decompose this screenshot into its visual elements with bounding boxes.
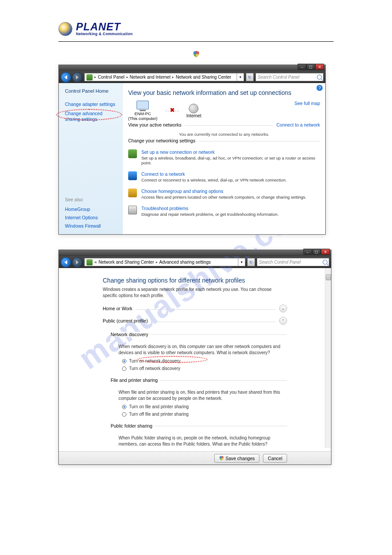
section-title: Public folder sharing xyxy=(111,423,155,428)
sidebar-link-adapter[interactable]: Change adapter settings xyxy=(65,102,119,107)
titlebar: – ▢ ✕ xyxy=(59,250,331,256)
globe-icon xyxy=(58,22,72,36)
save-changes-button[interactable]: Save changes xyxy=(214,454,260,463)
scrollbar[interactable] xyxy=(325,268,331,448)
help-icon[interactable]: ? xyxy=(316,85,323,91)
main-heading: View your basic network information and … xyxy=(128,89,320,96)
address-bar-row: « Network and Sharing Center ▸ Advanced … xyxy=(59,256,331,268)
document-header: PLANET Networking & Communication xyxy=(58,22,334,42)
option-desc: Connect or reconnect to a wireless, wire… xyxy=(141,178,287,182)
active-networks-label: View your active networks xyxy=(128,122,185,127)
maximize-button[interactable]: ▢ xyxy=(312,249,321,255)
main-heading: Change sharing options for different net… xyxy=(103,277,287,284)
profile-public-label: Public (current profile) xyxy=(103,318,148,323)
minimize-button[interactable]: – xyxy=(298,64,306,70)
see-also-firewall[interactable]: Windows Firewall xyxy=(65,223,119,229)
search-input[interactable]: Search Control Panel xyxy=(257,258,329,266)
nav-forward-button[interactable] xyxy=(72,72,83,83)
refresh-button[interactable]: ↻ xyxy=(247,258,255,266)
profile-public-row[interactable]: Public (current profile) ⌃ xyxy=(103,317,287,325)
radio-icon xyxy=(122,405,126,409)
address-dropdown[interactable]: ▼ xyxy=(238,258,245,266)
breadcrumb-item[interactable]: Network and Sharing Center xyxy=(176,75,231,80)
control-panel-icon xyxy=(86,74,93,80)
connection-line: ✖ xyxy=(165,111,179,111)
network-map: See full map ENM-PC (This computer) ✖ In… xyxy=(128,101,320,121)
sidebar-link-advanced-label: Change advanced sharing settings xyxy=(65,111,102,122)
address-dropdown[interactable]: ▼ xyxy=(237,73,244,81)
breadcrumb-item[interactable]: Control Panel xyxy=(98,75,125,80)
file-sharing-section: File and printer sharing When file and p… xyxy=(111,375,287,417)
shield-icon xyxy=(219,456,224,461)
radio-label: Turn on file and printer sharing xyxy=(129,404,189,410)
scroll-thumb[interactable] xyxy=(326,274,331,280)
option-new-connection[interactable]: Set up a new connection or network Set u… xyxy=(128,149,320,165)
radio-turn-off-file-share[interactable]: Turn off file and printer sharing xyxy=(122,411,287,417)
breadcrumb-sep-icon: ▸ xyxy=(156,260,158,264)
close-button[interactable]: ✕ xyxy=(315,64,324,70)
profile-home-label: Home or Work xyxy=(103,306,133,311)
breadcrumb-item[interactable]: Advanced sharing settings xyxy=(159,260,211,265)
save-label: Save changes xyxy=(226,456,255,461)
sidebar-link-advanced[interactable]: Change advanced sharing settings xyxy=(65,111,119,122)
radio-turn-on-discovery[interactable]: Turn on network discovery xyxy=(122,358,287,364)
address-bar-row: ▸ Control Panel ▸ Network and Internet ▸… xyxy=(59,71,325,83)
option-homegroup[interactable]: Choose homegroup and sharing options Acc… xyxy=(128,189,320,200)
connect-network-link[interactable]: Connect to a network xyxy=(273,122,320,127)
radio-turn-on-file-share[interactable]: Turn on file and printer sharing xyxy=(122,404,287,410)
close-button[interactable]: ✕ xyxy=(321,249,330,255)
brand-name: PLANET xyxy=(76,22,133,32)
what-are-link[interactable]: What are the Public folders? xyxy=(212,442,267,446)
network-discovery-section: Network discovery When network discovery… xyxy=(111,329,287,371)
option-connect[interactable]: Connect to a network Connect or reconnec… xyxy=(128,171,320,182)
cancel-label: Cancel xyxy=(268,456,282,461)
section-title: File and printer sharing xyxy=(111,377,160,383)
breadcrumb-sep-icon: ▸ xyxy=(172,75,174,79)
option-troubleshoot[interactable]: Troubleshoot problems Diagnose and repai… xyxy=(128,206,320,217)
nav-forward-button[interactable] xyxy=(72,257,83,268)
not-connected-text: You are currently not connected to any n… xyxy=(128,132,320,137)
option-title: Set up a new connection or network xyxy=(141,149,320,155)
section-desc: When file and printer sharing is on, fil… xyxy=(119,390,280,401)
brand-logo: PLANET Networking & Communication xyxy=(58,22,334,36)
titlebar: – ▢ ✕ xyxy=(59,65,325,71)
nav-back-button[interactable] xyxy=(61,72,71,83)
minimize-button[interactable]: – xyxy=(303,249,312,255)
search-input[interactable]: Search Control Panel xyxy=(255,73,324,81)
option-title: Connect to a network xyxy=(141,171,287,177)
breadcrumb-item[interactable]: Network and Internet xyxy=(130,75,171,80)
cancel-button[interactable]: Cancel xyxy=(263,454,287,463)
option-desc: Diagnose and repair network problems, or… xyxy=(141,212,279,217)
search-placeholder: Search Control Panel xyxy=(259,260,301,265)
expand-button[interactable]: ⌄ xyxy=(279,305,287,312)
radio-icon xyxy=(122,412,126,417)
internet-label: Internet xyxy=(187,113,201,118)
profile-home-row[interactable]: Home or Work ⌄ xyxy=(103,305,287,312)
breadcrumb-item[interactable]: Network and Sharing Center xyxy=(99,260,154,265)
option-title: Choose homegroup and sharing options xyxy=(141,189,306,194)
sidebar: Control Panel Home Change adapter settin… xyxy=(59,83,123,234)
radio-label: Turn on network discovery xyxy=(129,358,180,364)
search-placeholder: Search Control Panel xyxy=(258,75,299,80)
what-is-link[interactable]: What is network discovery? xyxy=(216,350,270,355)
sidebar-home[interactable]: Control Panel Home xyxy=(65,88,119,94)
radio-icon xyxy=(122,359,126,363)
maximize-button[interactable]: ▢ xyxy=(306,64,315,70)
window-advanced-sharing: – ▢ ✕ « Network and Sharing Center ▸ Adv… xyxy=(58,250,331,465)
breadcrumb-prefix: « xyxy=(94,260,97,265)
button-bar: Save changes Cancel xyxy=(59,451,331,464)
collapse-button[interactable]: ⌃ xyxy=(279,317,287,325)
nav-back-button[interactable] xyxy=(61,257,71,268)
see-also-homegroup[interactable]: HomeGroup xyxy=(65,207,119,212)
troubleshoot-icon xyxy=(128,206,137,214)
see-also-heading: See also xyxy=(65,197,119,202)
see-also-internet-options[interactable]: Internet Options xyxy=(65,215,119,220)
address-bar[interactable]: ▸ Control Panel ▸ Network and Internet ▸… xyxy=(84,73,244,81)
main-pane: ? View your basic network information an… xyxy=(123,83,325,234)
refresh-button[interactable]: ↻ xyxy=(246,73,254,81)
see-full-map-link[interactable]: See full map xyxy=(295,101,320,106)
arrow-right-icon xyxy=(76,260,79,265)
radio-turn-off-discovery[interactable]: Turn off network discovery xyxy=(122,366,287,372)
homegroup-icon xyxy=(128,189,137,197)
address-bar[interactable]: « Network and Sharing Center ▸ Advanced … xyxy=(84,258,245,266)
